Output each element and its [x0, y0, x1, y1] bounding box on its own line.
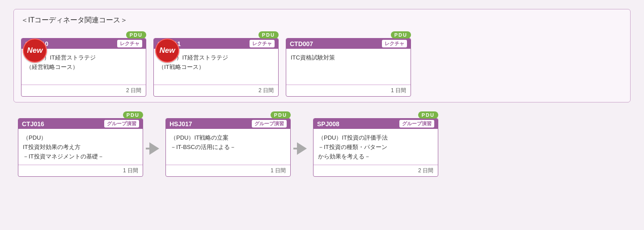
card-wrapper-ctd011: New PDU CTD011 レクチャ （PDU）IT経営ストラテジ （IT戦略…: [153, 31, 279, 97]
pdu-badge-spj008: PDU: [418, 111, 438, 119]
arrow-icon-2: [297, 142, 307, 155]
card-type-ctd010: レクチャ: [117, 40, 142, 47]
card-type-ctj016: グループ演習: [104, 120, 139, 128]
card-body-line3-spj008: から効果を考える－: [318, 152, 433, 162]
card-wrapper-ctj016: PDU CTJ016 グループ演習 （PDU） IT投資対効果の考え方 －IT投…: [18, 111, 143, 177]
card-body-line1-ctd007: ITC資格試験対策: [291, 53, 406, 63]
card-body-line3-ctj016: －IT投資マネジメントの基礎－: [23, 152, 138, 162]
card-header-hsj017: HSJ017 グループ演習: [166, 119, 290, 129]
card-footer-ctj016: 1 日間: [18, 165, 143, 176]
card-footer-spj008: 2 日間: [314, 165, 438, 176]
card-body-line2-spj008: －IT投資の種類・パターン: [318, 143, 433, 152]
card-wrapper-spj008: PDU SPJ008 グループ演習 （PDU）IT投資の評価手法 －IT投資の種…: [313, 111, 438, 177]
card-body-line2-ctd011: （IT戦略コース）: [158, 63, 274, 72]
section1-cards-row: New PDU CTD010 レクチャ （PDU）IT経営ストラテジ （経営戦略…: [21, 31, 623, 97]
card-body-line1-ctj016: （PDU）: [23, 133, 138, 143]
card-header-spj008: SPJ008 グループ演習: [314, 119, 438, 129]
card-type-ctd007: レクチャ: [382, 40, 407, 47]
arrow1: [143, 142, 165, 155]
card-body-ctj016: （PDU） IT投資対効果の考え方 －IT投資マネジメントの基礎－: [18, 129, 143, 165]
card-code-spj008: SPJ008: [317, 120, 339, 128]
card-body-hsj017: （PDU）IT戦略の立案 －IT-BSCの活用による－: [166, 129, 290, 165]
card-header-ctd007: CTD007 レクチャ: [286, 38, 411, 49]
card-footer-ctd007: 1 日間: [286, 85, 411, 96]
card-footer-ctd010: 2 日間: [21, 85, 146, 96]
section1-box: ＜ITコーディネータ関連コース＞ New PDU CTD010 レクチャ （PD…: [13, 9, 631, 102]
card-ctd007[interactable]: CTD007 レクチャ ITC資格試験対策 1 日間: [286, 38, 411, 97]
card-code-hsj017: HSJ017: [169, 120, 192, 128]
card-body-line1-spj008: （PDU）IT投資の評価手法: [318, 133, 433, 143]
card-header-ctj016: CTJ016 グループ演習: [18, 119, 143, 129]
pdu-badge-hsj017: PDU: [271, 111, 291, 119]
new-icon-ctd011: New: [155, 38, 179, 63]
card-body-line2-ctd010: （経営戦略コース）: [26, 63, 141, 72]
pdu-badge-ctd010: PDU: [126, 31, 146, 38]
card-spj008[interactable]: SPJ008 グループ演習 （PDU）IT投資の評価手法 －IT投資の種類・パタ…: [313, 118, 438, 177]
arrow2: [291, 142, 313, 155]
card-code-ctj016: CTJ016: [22, 120, 44, 128]
card-hsj017[interactable]: HSJ017 グループ演習 （PDU）IT戦略の立案 －IT-BSCの活用による…: [165, 118, 291, 177]
card-wrapper-ctd010: New PDU CTD010 レクチャ （PDU）IT経営ストラテジ （経営戦略…: [21, 31, 146, 97]
card-footer-ctd011: 2 日間: [154, 85, 278, 96]
card-body-spj008: （PDU）IT投資の評価手法 －IT投資の種類・パターン から効果を考える－: [314, 129, 438, 165]
card-ctj016[interactable]: CTJ016 グループ演習 （PDU） IT投資対効果の考え方 －IT投資マネジ…: [18, 118, 143, 177]
pdu-badge-ctd011: PDU: [258, 31, 279, 38]
card-body-ctd007: ITC資格試験対策: [286, 49, 411, 85]
card-type-spj008: グループ演習: [399, 120, 434, 128]
new-icon-ctd010: New: [23, 38, 47, 63]
card-body-line2-hsj017: －IT-BSCの活用による－: [170, 143, 286, 152]
new-badge-ctd011: New: [155, 38, 179, 63]
pdu-badge-ctd007: PDU: [391, 31, 411, 38]
arrow-icon-1: [149, 142, 159, 155]
card-footer-hsj017: 1 日間: [166, 165, 290, 176]
card-body-line1-hsj017: （PDU）IT戦略の立案: [170, 133, 286, 143]
card-type-hsj017: グループ演習: [252, 120, 287, 128]
pdu-badge-ctj016: PDU: [123, 111, 143, 119]
card-type-ctd011: レクチャ: [250, 40, 275, 47]
card-wrapper-ctd007: PDU CTD007 レクチャ ITC資格試験対策 1 日間: [286, 31, 411, 97]
card-body-line2-ctj016: IT投資対効果の考え方: [23, 143, 138, 152]
new-badge-ctd010: New: [23, 38, 47, 63]
section2-row: PDU CTJ016 グループ演習 （PDU） IT投資対効果の考え方 －IT投…: [13, 111, 631, 177]
card-code-ctd007: CTD007: [290, 40, 313, 47]
section1-title: ＜ITコーディネータ関連コース＞: [21, 16, 623, 25]
card-wrapper-hsj017: PDU HSJ017 グループ演習 （PDU）IT戦略の立案 －IT-BSCの活…: [165, 111, 291, 177]
